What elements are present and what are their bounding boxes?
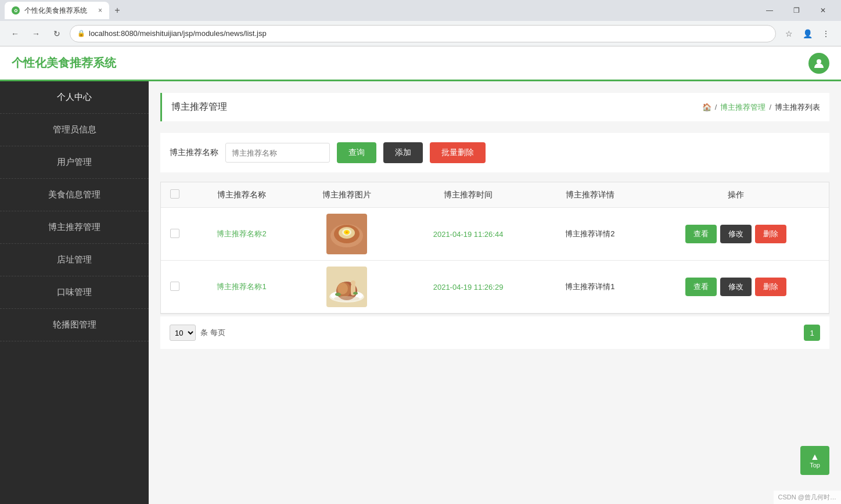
breadcrumb-home-icon[interactable]: 🏠 [702, 103, 711, 111]
new-tab-btn[interactable]: + [109, 2, 125, 19]
col-image: 博主推荐图片 [294, 182, 399, 208]
sidebar-item-admin-info[interactable]: 管理员信息 [0, 114, 149, 146]
add-button[interactable]: 添加 [383, 142, 423, 163]
svg-point-17 [353, 292, 358, 295]
sidebar-item-personal[interactable]: 个人中心 [0, 81, 149, 114]
menu-btn[interactable]: ⋮ [818, 26, 834, 42]
sidebar-item-blog-recommend[interactable]: 博主推荐管理 [0, 211, 149, 244]
footer-watermark: CSDN @曾几何时… [774, 491, 841, 504]
browser-tab[interactable]: ✿ 个性化美食推荐系统 × [5, 2, 109, 19]
svg-point-13 [337, 283, 348, 294]
col-checkbox [161, 182, 189, 208]
sidebar-item-taste[interactable]: 口味管理 [0, 276, 149, 309]
svg-point-18 [334, 296, 360, 301]
back-btn[interactable]: ← [7, 26, 23, 42]
table-row: 博主推荐名称2 [161, 208, 829, 261]
profile-btn[interactable]: 👤 [799, 26, 815, 42]
row1-food-image [326, 214, 367, 254]
row1-view-btn[interactable]: 查看 [685, 225, 717, 243]
row2-checkbox[interactable] [170, 282, 179, 291]
row1-detail-cell: 博主推荐详情2 [537, 208, 643, 261]
svg-point-7 [346, 232, 348, 233]
breadcrumb-sep1: / [715, 103, 717, 111]
back-to-top-arrow: ▲ [810, 452, 820, 462]
svg-point-15 [351, 280, 355, 285]
row2-name-link[interactable]: 博主推荐名称1 [217, 282, 266, 291]
row1-checkbox[interactable] [170, 229, 179, 238]
close-btn[interactable]: ✕ [810, 0, 836, 21]
row1-action-cell: 查看 修改 删除 [643, 208, 829, 261]
table-row: 博主推荐名称1 [161, 261, 829, 314]
breadcrumb-section[interactable]: 博主推荐管理 [720, 102, 765, 113]
row1-image-container [304, 214, 390, 254]
maximize-btn[interactable]: ❐ [783, 0, 810, 21]
url-text: localhost:8080/meishituijian/jsp/modules… [89, 29, 267, 38]
data-table: 博主推荐名称 博主推荐图片 博主推荐时间 博主推荐详情 [161, 182, 829, 314]
search-bar: 博主推荐名称 查询 添加 批量删除 [160, 133, 829, 172]
row2-image-container [304, 267, 390, 307]
row1-date-cell: 2021-04-19 11:26:44 [399, 208, 537, 261]
sidebar-item-food-info[interactable]: 美食信息管理 [0, 179, 149, 211]
col-detail: 博主推荐详情 [537, 182, 643, 208]
row2-detail-cell: 博主推荐详情1 [537, 261, 643, 314]
data-table-container: 博主推荐名称 博主推荐图片 博主推荐时间 博主推荐详情 [160, 182, 829, 314]
row1-edit-btn[interactable]: 修改 [720, 225, 752, 243]
row1-img-cell [294, 208, 399, 261]
row1-checkbox-cell [161, 208, 189, 261]
sidebar-item-user-mgmt[interactable]: 用户管理 [0, 146, 149, 179]
row2-edit-btn[interactable]: 修改 [720, 278, 752, 296]
row2-name-cell: 博主推荐名称1 [189, 261, 294, 314]
row2-delete-btn[interactable]: 删除 [755, 278, 786, 296]
bookmark-btn[interactable]: ☆ [781, 26, 797, 42]
svg-point-16 [335, 293, 341, 296]
breadcrumb-sep2: / [769, 103, 771, 111]
main-content: 博主推荐管理 🏠 / 博主推荐管理 / 博主推荐列表 博主推荐名称 查询 添加 … [149, 81, 841, 504]
forward-btn[interactable]: → [28, 26, 44, 42]
sidebar-item-store[interactable]: 店址管理 [0, 244, 149, 276]
breadcrumb-current: 博主推荐列表 [775, 102, 820, 113]
sidebar-item-carousel[interactable]: 轮播图管理 [0, 309, 149, 341]
search-input[interactable] [225, 143, 330, 163]
sidebar: 个人中心 管理员信息 用户管理 美食信息管理 博主推荐管理 店址管理 口味管理 … [0, 81, 149, 504]
select-all-checkbox[interactable] [170, 189, 179, 199]
search-label: 博主推荐名称 [170, 147, 218, 158]
user-avatar[interactable] [808, 53, 829, 74]
pagination-numbers: 1 [804, 325, 820, 341]
app-title: 个性化美食推荐系统 [12, 55, 116, 71]
app-header: 个性化美食推荐系统 [0, 46, 841, 81]
query-button[interactable]: 查询 [337, 142, 376, 163]
row2-img-cell [294, 261, 399, 314]
col-date: 博主推荐时间 [399, 182, 537, 208]
row2-view-btn[interactable]: 查看 [685, 278, 717, 296]
col-action: 操作 [643, 182, 829, 208]
refresh-btn[interactable]: ↻ [49, 26, 65, 42]
tab-title: 个性化美食推荐系统 [24, 6, 87, 16]
page-title: 博主推荐管理 [171, 101, 227, 113]
address-bar[interactable]: 🔒 localhost:8080/meishituijian/jsp/modul… [70, 25, 776, 42]
row2-action-cell: 查看 修改 删除 [643, 261, 829, 314]
row1-delete-btn[interactable]: 删除 [755, 225, 786, 243]
back-to-top-btn[interactable]: ▲ Top [800, 446, 829, 475]
pagination-bar: 10 20 50 条 每页 1 [160, 316, 829, 349]
breadcrumb: 🏠 / 博主推荐管理 / 博主推荐列表 [702, 102, 820, 113]
tab-close-btn[interactable]: × [98, 6, 102, 15]
minimize-btn[interactable]: — [756, 0, 783, 21]
col-name: 博主推荐名称 [189, 182, 294, 208]
content-header: 博主推荐管理 🏠 / 博主推荐管理 / 博主推荐列表 [160, 93, 829, 121]
row2-checkbox-cell [161, 261, 189, 314]
page-1-btn[interactable]: 1 [804, 325, 820, 341]
row1-name-cell: 博主推荐名称2 [189, 208, 294, 261]
batch-delete-button[interactable]: 批量删除 [430, 142, 486, 163]
row2-date-cell: 2021-04-19 11:26:29 [399, 261, 537, 314]
tab-favicon: ✿ [12, 6, 20, 15]
per-page-label: 条 每页 [200, 327, 225, 338]
per-page-select[interactable]: 10 20 50 [170, 325, 196, 341]
svg-point-0 [817, 59, 821, 64]
row2-food-image [326, 267, 367, 307]
lock-icon: 🔒 [77, 30, 85, 37]
back-to-top-label: Top [810, 462, 820, 469]
row1-name-link[interactable]: 博主推荐名称2 [217, 229, 266, 238]
